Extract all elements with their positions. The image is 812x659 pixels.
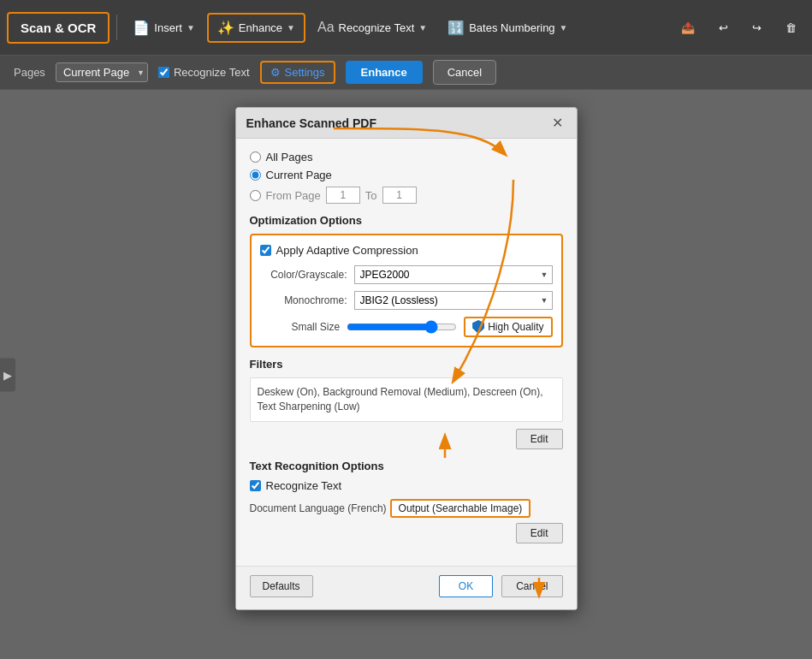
enhance-highlight-box: ✨ Enhance ▼: [207, 13, 305, 43]
current-page-radio-label[interactable]: Current Page: [250, 169, 563, 181]
output-edit-row: Edit: [250, 523, 563, 543]
output-edit-label: Edit: [530, 527, 548, 539]
from-page-label: From Page: [266, 189, 321, 202]
all-pages-radio[interactable]: [250, 151, 261, 163]
all-pages-label: All Pages: [266, 151, 313, 163]
undo-button[interactable]: ↩: [710, 16, 737, 39]
to-page-input[interactable]: [382, 187, 417, 204]
settings-gear-icon: ⚙: [270, 66, 281, 79]
monochrome-label: Monochrome:: [260, 294, 354, 306]
main-toolbar: Scan & OCR 📄 Insert ▼ ✨ Enhance ▼ Aa Rec…: [0, 0, 812, 56]
current-page-label: Current Page: [266, 169, 332, 181]
settings-label: Settings: [285, 66, 325, 79]
dialog-title: Enhance Scanned PDF: [246, 116, 376, 130]
pages-label: Pages: [14, 66, 45, 79]
dialog-overlay: Enhance Scanned PDF ✕ All Pages Current …: [0, 90, 812, 659]
to-label: To: [365, 189, 377, 202]
dialog-close-button[interactable]: ✕: [548, 115, 566, 131]
trash-icon: 🗑: [785, 21, 797, 34]
output-badge: Output (Searchable Image): [390, 499, 531, 518]
scan-ocr-button[interactable]: Scan & OCR: [7, 12, 110, 44]
optimization-box: Apply Adaptive Compression Color/Graysca…: [250, 234, 563, 347]
mono-select-wrapper: JBIG2 (Lossless) CCITT G4 ZIP: [354, 291, 553, 310]
bates-label: Bates Numbering: [469, 21, 554, 34]
export-icon: 📤: [681, 21, 695, 34]
settings-button[interactable]: ⚙ Settings: [260, 61, 335, 84]
scan-ocr-label: Scan & OCR: [21, 21, 96, 35]
dialog-body: All Pages Current Page From Page To: [236, 139, 577, 566]
monochrome-row: Monochrome: JBIG2 (Lossless) CCITT G4 ZI…: [260, 291, 553, 310]
text-recognition-section: Text Recognition Options Recognize Text …: [250, 460, 563, 543]
defaults-button[interactable]: Defaults: [250, 575, 313, 597]
recognize-text-check-label: Recognize Text: [174, 66, 250, 79]
adaptive-compression-row: Apply Adaptive Compression: [260, 244, 553, 257]
dialog-titlebar: Enhance Scanned PDF ✕: [236, 108, 577, 139]
adaptive-compression-label: Apply Adaptive Compression: [276, 244, 418, 257]
from-page-row: From Page To: [250, 187, 563, 204]
recognize-icon: Aa: [317, 20, 335, 35]
recognize-chevron-icon: ▼: [418, 23, 427, 33]
shield-icon: [472, 320, 484, 334]
main-area: ▶ Enhance Scanned PDF ✕ All Pages: [0, 90, 812, 659]
bates-icon: 🔢: [447, 20, 465, 36]
cancel-toolbar-button[interactable]: Cancel: [433, 60, 496, 85]
color-grayscale-row: Color/Grayscale: JPEG2000 JPEG ZIP: [260, 265, 553, 284]
insert-chevron-icon: ▼: [187, 23, 195, 33]
from-page-input[interactable]: [326, 187, 360, 204]
recognize-text-button[interactable]: Aa Recognize Text ▼: [309, 15, 436, 40]
pages-select-wrapper: Current Page All Pages: [56, 62, 148, 82]
enhance-chevron-icon: ▼: [287, 23, 295, 33]
dialog-footer: Defaults OK Cancel: [236, 566, 577, 609]
filters-edit-label: Edit: [530, 433, 548, 445]
enhance-action-button[interactable]: Enhance: [346, 61, 423, 84]
divider-1: [116, 15, 117, 40]
footer-buttons: OK Cancel: [439, 575, 563, 597]
redo-icon: ↪: [752, 21, 762, 34]
ok-button[interactable]: OK: [439, 575, 493, 597]
quality-slider[interactable]: [347, 320, 457, 334]
quality-slider-area: High Quality: [347, 317, 552, 337]
current-page-radio[interactable]: [250, 169, 261, 181]
color-grayscale-select[interactable]: JPEG2000 JPEG ZIP: [354, 265, 553, 284]
text-recog-title: Text Recognition Options: [250, 460, 563, 472]
monochrome-select[interactable]: JBIG2 (Lossless) CCITT G4 ZIP: [354, 291, 553, 310]
filter-edit-row: Edit: [250, 429, 563, 449]
from-page-radio[interactable]: [250, 190, 261, 201]
enhance-label: Enhance: [239, 21, 282, 34]
adaptive-compression-checkbox[interactable]: [260, 245, 271, 256]
color-select-wrapper: JPEG2000 JPEG ZIP: [354, 265, 553, 284]
recognize-text-dialog-checkbox[interactable]: [250, 480, 261, 491]
delete-button[interactable]: 🗑: [777, 16, 805, 39]
undo-icon: ↩: [719, 21, 728, 34]
enhance-button[interactable]: ✨ Enhance ▼: [209, 15, 304, 41]
enhance-icon: ✨: [217, 20, 234, 36]
recognize-text-dialog-label: Recognize Text: [266, 479, 342, 492]
all-pages-radio-label[interactable]: All Pages: [250, 151, 563, 163]
recognize-text-label: Recognize Text: [339, 21, 415, 34]
doc-lang-label: Document Language (French): [250, 502, 387, 514]
filters-title: Filters: [250, 358, 563, 371]
bates-numbering-button[interactable]: 🔢 Bates Numbering ▼: [439, 15, 576, 41]
recognize-text-checkbox-label[interactable]: Recognize Text: [158, 66, 250, 79]
pages-dropdown[interactable]: Current Page All Pages: [56, 62, 148, 82]
export-button[interactable]: 📤: [673, 16, 703, 39]
pages-radio-group: All Pages Current Page From Page To: [250, 151, 563, 204]
enhance-dialog: Enhance Scanned PDF ✕ All Pages Current …: [235, 107, 578, 610]
cancel-label: Cancel: [516, 580, 548, 592]
enhance-action-label: Enhance: [361, 66, 407, 79]
doc-lang-row: Document Language (French) Output (Searc…: [250, 499, 563, 518]
cancel-button[interactable]: Cancel: [501, 575, 562, 597]
filters-edit-button[interactable]: Edit: [516, 429, 563, 449]
filters-section: Filters Deskew (On), Background Removal …: [250, 358, 563, 449]
recognize-text-checkbox[interactable]: [158, 67, 169, 78]
insert-button[interactable]: 📄 Insert ▼: [124, 15, 203, 41]
defaults-label: Defaults: [263, 580, 300, 592]
high-quality-label: High Quality: [488, 321, 543, 333]
recognize-text-row: Recognize Text: [250, 479, 563, 492]
toolbar-right-actions: 📤 ↩ ↪ 🗑: [673, 16, 805, 39]
output-edit-button[interactable]: Edit: [516, 523, 563, 543]
bates-chevron-icon: ▼: [560, 23, 568, 33]
insert-icon: 📄: [133, 20, 150, 36]
small-size-label: Small Size: [260, 321, 347, 333]
redo-button[interactable]: ↪: [744, 16, 770, 39]
